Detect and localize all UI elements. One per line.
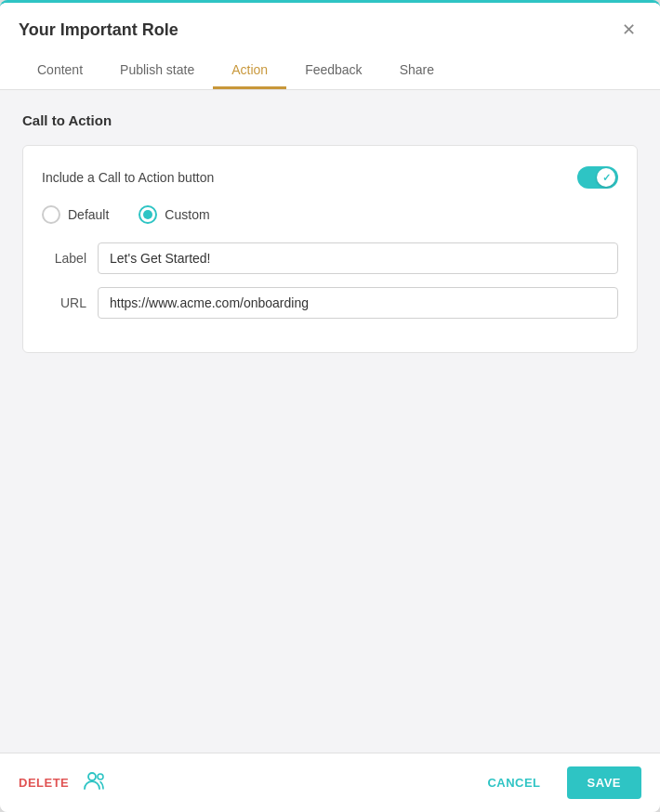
toggle-check-icon: ✓ — [602, 172, 611, 184]
svg-point-0 — [88, 773, 96, 780]
radio-default-circle — [42, 205, 60, 224]
title-row: Your Important Role ✕ — [19, 18, 641, 42]
section-title: Call to Action — [22, 112, 638, 128]
radio-custom-label: Custom — [165, 207, 209, 222]
url-row: URL — [42, 287, 618, 319]
dialog-header: Your Important Role ✕ Content Publish st… — [0, 3, 660, 90]
dialog-body: Call to Action Include a Call to Action … — [0, 90, 660, 753]
cta-toggle[interactable]: ✓ — [577, 166, 618, 189]
radio-custom-circle — [139, 205, 157, 224]
tab-feedback[interactable]: Feedback — [286, 53, 380, 89]
url-input[interactable] — [98, 287, 618, 319]
toggle-row: Include a Call to Action button ✓ — [42, 166, 618, 189]
delete-button[interactable]: DELETE — [19, 776, 69, 790]
cancel-button[interactable]: CANCEL — [472, 766, 555, 799]
dialog: Your Important Role ✕ Content Publish st… — [0, 0, 660, 812]
dialog-title: Your Important Role — [19, 20, 178, 40]
toggle-label: Include a Call to Action button — [42, 170, 214, 185]
tab-share[interactable]: Share — [381, 53, 453, 89]
radio-default[interactable]: Default — [42, 205, 109, 224]
radio-custom-inner — [143, 210, 152, 219]
close-button[interactable]: ✕ — [616, 18, 641, 42]
url-field-label: URL — [42, 295, 86, 310]
toggle-knob: ✓ — [597, 168, 615, 187]
label-row: Label — [42, 242, 618, 274]
tab-action[interactable]: Action — [213, 53, 286, 89]
tab-content[interactable]: Content — [19, 53, 101, 89]
save-button[interactable]: SAVE — [567, 766, 641, 799]
svg-point-1 — [98, 774, 103, 779]
label-input[interactable] — [98, 242, 618, 274]
tab-publish-state[interactable]: Publish state — [101, 53, 213, 89]
footer-left: DELETE — [19, 771, 106, 794]
cta-card: Include a Call to Action button ✓ Defaul… — [22, 145, 638, 353]
dialog-footer: DELETE CANCEL SAVE — [0, 753, 660, 812]
users-icon — [84, 771, 106, 794]
radio-custom[interactable]: Custom — [139, 205, 209, 224]
label-field-label: Label — [42, 251, 86, 266]
footer-right: CANCEL SAVE — [472, 766, 641, 799]
radio-group: Default Custom — [42, 205, 618, 224]
tab-bar: Content Publish state Action Feedback Sh… — [19, 53, 641, 89]
radio-default-label: Default — [68, 207, 109, 222]
